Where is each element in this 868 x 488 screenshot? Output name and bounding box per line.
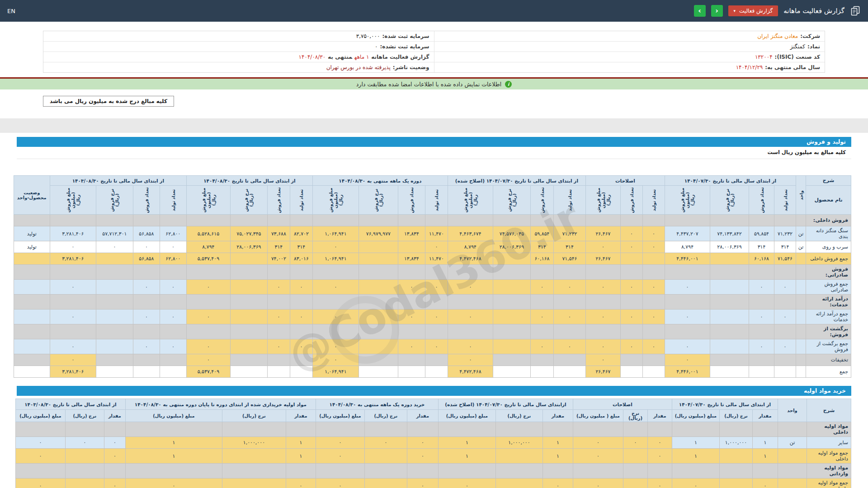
value-cell (493, 295, 530, 310)
value-cell: ۱۱,۴۷۰ (425, 226, 448, 241)
value-cell: ۰ (448, 354, 493, 366)
info-label: کد صنعت (ISIC): (775, 54, 820, 60)
value-cell: ۴,۴۷۲,۴۶۸ (448, 366, 493, 378)
value-cell (398, 324, 425, 339)
column-header: نرخ فروش (ریال) (359, 186, 398, 215)
value-cell: ۱۳,۸۳۴ (398, 253, 425, 265)
value-cell (364, 422, 407, 437)
value-cell (160, 354, 186, 366)
column-group-header: مواد اولیه خریداری شده از ابتدای دوره تا… (125, 399, 316, 410)
value-cell (642, 324, 665, 339)
value-cell: ۰ (642, 339, 665, 354)
value-cell (96, 265, 133, 280)
value-cell (493, 366, 530, 378)
table-row: جمع مواد اولیه وارداتی۰۰۰۰۰۰۰۰۰۰۰۰ (15, 479, 851, 488)
value-cell: ۱ (125, 449, 222, 464)
info-value: ۳,۷۵۰,۰۰۰ (356, 33, 380, 39)
value-cell (65, 464, 104, 479)
value-cell (753, 422, 778, 437)
value-cell: ۱,۰۰۰,۰۰۰ (495, 437, 542, 449)
value-cell (448, 295, 493, 310)
value-cell: ۱,۰۶۴,۹۴۱ (312, 226, 359, 241)
value-cell: ۰ (133, 339, 160, 354)
value-cell (222, 449, 286, 464)
info-value: معادن منگنز ایران (757, 33, 798, 39)
value-cell: ۰ (425, 241, 448, 253)
column-header: تعداد تولید (553, 186, 585, 215)
column-header-status: وضعیت محصول-واحد (14, 176, 50, 215)
value-cell (665, 324, 710, 339)
value-cell: ۱ (125, 437, 222, 449)
value-cell: ۰ (642, 310, 665, 324)
table-row: جمع مواد اولیه داخلی۱۱۰۰۱۱۰۰۱۱۰۰ (15, 449, 851, 464)
value-cell (720, 449, 753, 464)
value-cell: ۰ (585, 310, 620, 324)
language-toggle[interactable]: EN (7, 8, 15, 14)
value-cell (720, 479, 753, 488)
status-cell (14, 339, 50, 354)
value-cell: ۰ (448, 339, 493, 354)
value-cell (359, 253, 398, 265)
value-cell (286, 464, 316, 479)
value-cell (623, 449, 647, 464)
info-field: سرمایه ثبت شده:۳,۷۵۰,۰۰۰ (43, 31, 434, 41)
value-cell (749, 354, 774, 366)
next-report-button[interactable]: › (711, 5, 723, 17)
production-sales-table: شرحواحداز ابتدای سال مالی تا تاریخ ۱۴۰۴/… (14, 175, 851, 378)
info-field[interactable]: شرکت:معادن منگنز ایران (434, 31, 825, 41)
value-cell (398, 354, 425, 366)
section-row: برگشت از فروش: (14, 324, 851, 339)
value-cell: ۱ (753, 449, 778, 464)
value-cell: ۴,۴۴۶,۰۰۱ (665, 253, 710, 265)
value-cell: ۰ (665, 339, 710, 354)
value-cell: ۰ (312, 280, 359, 295)
status-cell (14, 295, 50, 310)
value-cell (749, 215, 774, 226)
value-cell: ۲۶,۴۶۷ (585, 366, 620, 378)
value-cell (267, 324, 290, 339)
previous-report-button[interactable]: ‹ (694, 5, 706, 17)
value-cell: ۰ (620, 280, 642, 295)
value-cell: ۵,۵۲۸,۶۱۵ (186, 226, 230, 241)
value-cell: ۰ (647, 479, 672, 488)
value-cell (623, 464, 647, 479)
value-cell: ۰ (753, 479, 778, 488)
value-cell (620, 324, 642, 339)
column-group-header: از ابتدای سال مالی تا تاریخ ۱۴۰۳/۰۸/۳۰ (15, 399, 125, 410)
value-cell: ۰ (542, 479, 573, 488)
value-cell (753, 464, 778, 479)
report-body: @Codal360.ir تولید و فروش کلیه مبالغ به … (0, 133, 868, 488)
info-value: ۱۴۰۴/۱۲/۲۹ (736, 64, 763, 70)
value-cell: ۴,۴۷۲,۴۶۸ (448, 253, 493, 265)
column-header: تعداد فروش (530, 186, 553, 215)
value-cell (312, 295, 359, 310)
value-cell (448, 265, 493, 280)
value-cell (290, 295, 312, 310)
value-cell: ۰ (267, 310, 290, 324)
value-cell: ۷۱,۲۳۲ (553, 226, 585, 241)
info-label: نماد: (807, 43, 820, 50)
value-cell (749, 324, 774, 339)
value-cell: ۱ (438, 437, 495, 449)
value-cell (230, 295, 267, 310)
value-cell: ۰ (316, 437, 364, 449)
value-cell (50, 295, 96, 310)
value-cell (553, 366, 585, 378)
value-cell (186, 215, 230, 226)
value-cell: ۴,۴۴۶,۰۰۱ (665, 366, 710, 378)
value-cell (720, 464, 753, 479)
value-cell (267, 265, 290, 280)
value-cell (495, 464, 542, 479)
value-cell (425, 215, 448, 226)
column-header: مبلغ فروش (میلیون ریال) (50, 186, 96, 215)
info-value: ۰ (375, 43, 377, 50)
report-type-dropdown[interactable]: گزارش فعالیت ▾ (728, 5, 778, 16)
column-header: تعداد فروش (133, 186, 160, 215)
value-cell: ۰ (50, 241, 96, 253)
value-cell (15, 464, 65, 479)
unit-cell (796, 215, 806, 226)
value-cell: ۶۲,۸۰۰ (160, 226, 186, 241)
value-cell: ۰ (316, 449, 364, 464)
column-header: نرخ (ریال) (623, 410, 647, 422)
table-unit-note: کلیه مبالغ به میلیون ریال است (17, 147, 851, 159)
